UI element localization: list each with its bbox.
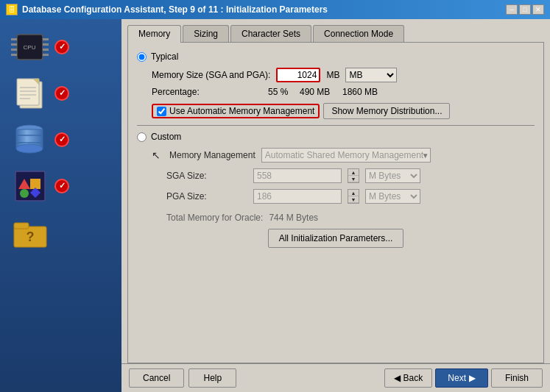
tab-character-sets[interactable]: Character Sets [230,25,311,42]
mb-value1: 490 MB [300,87,336,97]
total-memory-label: Total Memory for Oracle: [166,213,263,223]
custom-label: Custom [151,132,181,142]
use-auto-memory-label: Use Automatic Memory Management [169,106,314,116]
divider [137,125,535,126]
sidebar-item-5: ? [7,212,114,252]
tab-sizing[interactable]: Sizing [183,25,229,42]
all-initialization-params-button[interactable]: All Initialization Parameters... [268,229,404,248]
close-button[interactable]: ✕ [532,4,544,15]
tab-memory[interactable]: Memory [127,25,181,43]
mb-value2: 1860 MB [342,87,383,97]
sidebar-item-3: ✓ [7,119,114,160]
step3-badge: ✓ [54,132,69,147]
svg-rect-6 [43,43,49,46]
svg-point-25 [20,189,29,198]
memory-size-label: Memory Size (SGA and PGA): [152,70,270,80]
percentage-label: Percentage: [152,87,262,97]
custom-radio[interactable] [137,132,147,142]
window-title: Database Configuration Assistant, Step 9… [22,4,328,15]
main-panel: Typical Memory Size (SGA and PGA): MB MB… [127,42,544,363]
svg-rect-24 [30,179,40,189]
svg-text:CPU: CPU [23,44,35,51]
step4-badge: ✓ [54,179,69,193]
sidebar-item-1: CPU ✓ [7,26,114,67]
cancel-button[interactable]: Cancel [129,368,184,388]
back-button[interactable]: ◀ Back [384,368,433,388]
svg-rect-8 [43,54,49,56]
back-arrow-icon: ◀ [394,373,401,383]
app-icon: 🗄 [6,4,18,15]
maximize-button[interactable]: □ [519,4,531,15]
sga-size-label: SGA Size: [166,171,247,181]
dropdown-arrow-icon: ▼ [422,152,429,160]
title-bar: 🗄 Database Configuration Assistant, Step… [0,0,550,19]
svg-rect-3 [11,49,17,51]
memory-unit: MB [326,70,339,80]
sidebar-item-2: ✓ [7,73,114,113]
cursor-arrow-icon: ↖ [152,149,161,161]
pga-spinner[interactable]: ▲ ▼ [348,189,359,204]
sidebar-item-4: ✓ [7,165,114,206]
step2-badge: ✓ [54,86,69,101]
memory-unit-select[interactable]: MB GB [345,68,397,82]
show-memory-distribution-button[interactable]: Show Memory Distribution... [323,103,450,119]
svg-rect-7 [43,49,49,51]
sga-spinner[interactable]: ▲ ▼ [348,168,359,183]
pga-size-label: PGA Size: [166,191,247,202]
sga-unit-select[interactable]: M Bytes [365,168,420,183]
svg-rect-11 [17,79,39,105]
minimize-button[interactable]: ─ [506,4,518,15]
memory-management-label: Memory Management [169,150,255,160]
bottom-bar: Cancel Help ◀ Back Next ▶ Finish [121,363,550,392]
svg-rect-28 [14,223,29,229]
step1-badge: ✓ [54,40,69,54]
sidebar: CPU ✓ [0,19,121,392]
typical-label: Typical [151,51,178,62]
svg-rect-1 [11,38,17,40]
svg-rect-2 [11,43,17,46]
pga-size-input[interactable] [253,189,342,204]
window: 🗄 Database Configuration Assistant, Step… [0,0,550,392]
next-button[interactable]: Next ▶ [435,368,488,388]
memory-management-input[interactable] [261,148,431,163]
svg-text:?: ? [26,229,34,244]
use-auto-memory-checkbox[interactable] [157,107,166,116]
help-button[interactable]: Help [188,368,236,388]
typical-radio[interactable] [137,52,147,62]
pga-spin-up[interactable]: ▲ [348,190,359,196]
tabs-container: Memory Sizing Character Sets Connection … [121,19,550,42]
sga-size-input[interactable] [253,168,342,183]
sga-spin-down[interactable]: ▼ [348,176,359,182]
total-memory-value: 744 M Bytes [269,213,318,223]
svg-rect-5 [43,38,49,40]
svg-point-19 [16,144,43,153]
percentage-value: 55 % [268,87,294,97]
memory-size-input[interactable] [276,68,320,82]
pga-spin-down[interactable]: ▼ [348,196,359,203]
tab-connection-mode[interactable]: Connection Mode [313,25,404,42]
sga-spin-up[interactable]: ▲ [348,169,359,176]
svg-rect-4 [11,54,17,56]
pga-unit-select[interactable]: M Bytes [365,189,420,204]
next-arrow-icon: ▶ [469,373,476,383]
finish-button[interactable]: Finish [491,368,543,388]
